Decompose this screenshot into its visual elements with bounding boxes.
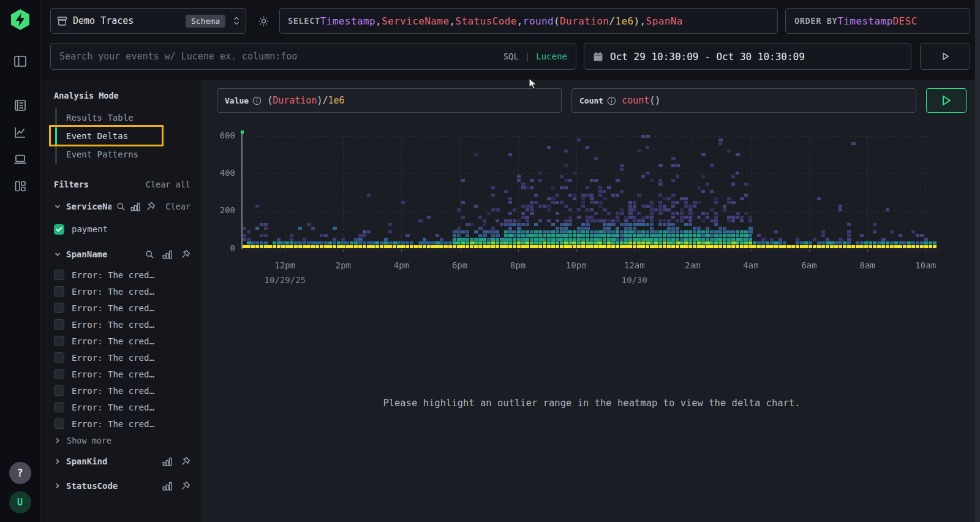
filter-option[interactable]: Error: The cred…: [54, 415, 190, 432]
filter-option[interactable]: Error: The cred…: [54, 366, 190, 382]
count-expression: count(): [622, 95, 660, 106]
app-logo-icon[interactable]: [9, 8, 32, 31]
checkbox-unchecked[interactable]: [54, 303, 64, 313]
filter-group-icons: [162, 481, 190, 491]
chevron-down-icon[interactable]: [54, 251, 61, 258]
info-icon: [607, 96, 616, 105]
value-expression-input[interactable]: Value (Duration)/1e6: [217, 88, 562, 113]
filter-option[interactable]: Error: The cred…: [54, 283, 190, 300]
chevron-right-icon[interactable]: [54, 458, 61, 465]
filter-option[interactable]: payment: [54, 219, 190, 240]
analysis-mode-item-label: Event Deltas: [66, 131, 128, 141]
heatmap-canvas[interactable]: [217, 129, 967, 287]
mode-lucene[interactable]: Lucene: [536, 51, 567, 61]
filter-group-servicename: ServiceNameClear: [54, 194, 190, 219]
search-input[interactable]: Search your events w/ Lucene ex. column:…: [50, 43, 576, 70]
checkbox-unchecked[interactable]: [54, 369, 64, 379]
chevron-down-icon[interactable]: [54, 203, 61, 210]
bar-chart-icon[interactable]: [162, 482, 173, 491]
page: Demo Traces Schema SELECT Timestamp, Ser…: [40, 0, 975, 522]
nav-sessions-icon[interactable]: [11, 151, 29, 167]
pin-icon[interactable]: [181, 249, 190, 259]
filter-option-label: Error: The cred…: [72, 419, 154, 429]
bar-chart-icon[interactable]: [162, 457, 173, 466]
pin-icon[interactable]: [181, 481, 190, 491]
pin-icon[interactable]: [146, 202, 156, 211]
select-clause-input[interactable]: SELECT Timestamp, ServiceName, StatusCod…: [279, 8, 778, 34]
checkbox-unchecked[interactable]: [54, 418, 64, 429]
info-icon: [252, 96, 262, 105]
sidebar-toggle-icon[interactable]: [11, 53, 29, 69]
value-label: Value: [225, 96, 262, 105]
top-header: Demo Traces Schema SELECT Timestamp, Ser…: [40, 0, 975, 80]
filter-option-label: Error: The cred…: [72, 287, 154, 297]
analysis-mode-item-event-deltas[interactable]: Event Deltas: [57, 127, 190, 145]
vertical-scrollbar[interactable]: [975, 0, 980, 522]
analysis-mode-list: Results TableEvent DeltasEvent Patterns: [55, 108, 190, 164]
analysis-mode-title: Analysis Mode: [54, 91, 190, 100]
time-range-picker[interactable]: Oct 29 10:30:09 - Oct 30 10:30:09: [584, 43, 911, 70]
show-more-button[interactable]: Show more: [54, 432, 190, 449]
search-icon[interactable]: [116, 202, 126, 211]
count-expression-input[interactable]: Count count(): [571, 88, 916, 113]
filter-group-name[interactable]: SpanName: [66, 249, 107, 259]
filter-option[interactable]: Error: The cred…: [54, 349, 190, 366]
delta-chart-hint: Please highlight an outlier range in the…: [217, 398, 967, 409]
mode-sql[interactable]: SQL: [503, 51, 519, 61]
analysis-mode-item-results-table[interactable]: Results Table: [57, 108, 190, 127]
filter-group-name[interactable]: ServiceName: [66, 202, 111, 211]
search-icon[interactable]: [145, 250, 154, 259]
app-root: { "rail": { "logo_color": "#42dd76", "he…: [0, 0, 980, 522]
search-placeholder: Search your events w/ Lucene ex. column:…: [59, 51, 503, 62]
filter-clear-button[interactable]: Clear: [165, 202, 190, 211]
checkbox-unchecked[interactable]: [54, 270, 64, 280]
select-chevrons-icon: [233, 16, 239, 26]
query-language-toggle: SQL | Lucene: [503, 51, 567, 61]
search-run-button[interactable]: [920, 43, 970, 70]
checkbox-unchecked[interactable]: [54, 352, 64, 363]
source-select[interactable]: Demo Traces Schema: [50, 8, 246, 34]
filters-sidebar: Analysis Mode Results TableEvent DeltasE…: [40, 80, 202, 522]
filter-group-name[interactable]: SpanKind: [66, 456, 107, 466]
pin-icon[interactable]: [181, 456, 190, 466]
filter-option-label: Error: The cred…: [72, 369, 154, 379]
filters-clear-all-button[interactable]: Clear all: [146, 180, 190, 189]
checkbox-unchecked[interactable]: [54, 402, 64, 412]
bar-chart-icon[interactable]: [130, 202, 141, 211]
filter-group-name[interactable]: StatusCode: [66, 481, 118, 491]
analysis-mode-item-event-patterns[interactable]: Event Patterns: [57, 145, 190, 164]
source-settings-button[interactable]: [253, 15, 274, 27]
source-name: Demo Traces: [73, 15, 134, 26]
main-panel: Value (Duration)/1e6 Count: [202, 80, 975, 522]
filter-group-spanname: SpanName: [54, 242, 190, 267]
filter-option-label: payment: [72, 224, 108, 234]
filter-option-label: Error: The cred…: [72, 403, 154, 412]
filter-option-label: Error: The cred…: [72, 320, 154, 330]
calendar-icon: [593, 51, 603, 62]
chevron-right-icon[interactable]: [54, 482, 61, 490]
nav-search-logs-icon[interactable]: [11, 97, 29, 113]
show-more-label: Show more: [67, 436, 111, 445]
order-by-input[interactable]: ORDER BY Timestamp DESC: [785, 8, 970, 34]
count-label: Count: [579, 96, 616, 105]
nav-chart-explorer-icon[interactable]: [11, 124, 29, 140]
database-icon: [57, 16, 67, 26]
user-avatar[interactable]: U: [9, 491, 31, 513]
help-button[interactable]: ?: [9, 462, 31, 484]
bar-chart-icon[interactable]: [162, 250, 173, 259]
checkbox-unchecked[interactable]: [54, 286, 64, 297]
analysis-mode-item-label: Event Patterns: [66, 149, 138, 159]
run-chart-button[interactable]: [926, 88, 967, 113]
filter-option[interactable]: Error: The cred…: [54, 333, 190, 349]
filter-option[interactable]: Error: The cred…: [54, 316, 190, 333]
checkbox-checked[interactable]: [54, 224, 64, 235]
checkbox-unchecked[interactable]: [54, 319, 64, 330]
filter-option[interactable]: Error: The cred…: [54, 382, 190, 399]
filter-option[interactable]: Error: The cred…: [54, 399, 190, 415]
checkbox-unchecked[interactable]: [54, 385, 64, 396]
nav-dashboards-icon[interactable]: [11, 178, 29, 194]
checkbox-unchecked[interactable]: [54, 336, 64, 346]
filter-option[interactable]: Error: The cred…: [54, 267, 190, 283]
filter-option[interactable]: Error: The cred…: [54, 300, 190, 316]
filter-option-label: Error: The cred…: [72, 353, 154, 363]
